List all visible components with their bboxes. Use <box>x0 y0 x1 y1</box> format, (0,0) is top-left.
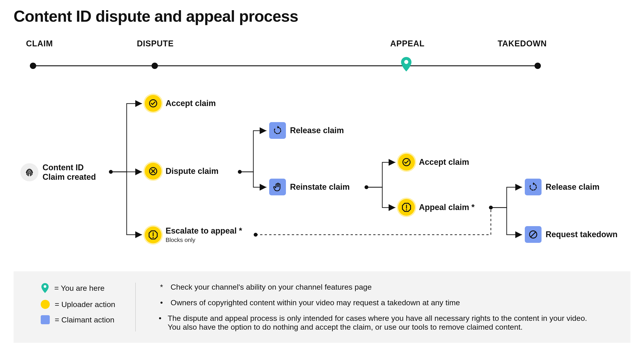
location-pin-icon <box>41 283 49 294</box>
legend-star-note: * Check your channel's ability on your c… <box>158 283 588 292</box>
timeline-label-appeal: APPEAL <box>390 39 424 48</box>
bullet-icon: • <box>158 314 162 323</box>
star-icon: * <box>158 283 165 292</box>
legend-note-2-text: The dispute and appeal process is only i… <box>168 314 588 332</box>
svg-marker-11 <box>533 182 535 185</box>
legend-key: = You are here = Uploader action = Claim… <box>41 283 136 332</box>
timeline-pin-appeal <box>400 56 412 72</box>
node-release-claim-2: Release claim <box>525 179 600 195</box>
svg-point-10 <box>406 209 407 210</box>
reinstate-claim-label: Reinstate claim <box>290 182 350 192</box>
node-request-takedown: Request takedown <box>525 226 618 243</box>
request-takedown-label: Request takedown <box>546 230 618 239</box>
legend-uploader-action: = Uploader action <box>41 300 117 309</box>
timeline-label-claim: CLAIM <box>26 39 53 48</box>
legend-panel: = You are here = Uploader action = Claim… <box>14 271 630 343</box>
legend-note-1-text: Owners of copyrighted content within you… <box>170 298 460 307</box>
check-circle-icon <box>398 154 415 170</box>
claim-created-label-2: Claim created <box>42 172 96 182</box>
timeline-label-takedown: TAKEDOWN <box>498 39 547 48</box>
escalate-star: * <box>239 226 242 236</box>
node-escalate-appeal: Escalate to appeal * Blocks only <box>145 226 242 244</box>
location-pin-icon <box>400 56 412 72</box>
legend-claimant-action: = Claimant action <box>41 315 117 324</box>
node-reinstate-claim: Reinstate claim <box>269 179 350 195</box>
svg-point-18 <box>254 233 257 236</box>
legend-note-1: • Owners of copyrighted content within y… <box>158 298 588 307</box>
hand-stop-icon <box>269 179 286 195</box>
timeline-dot-claim <box>30 63 36 69</box>
timeline-dot-dispute <box>152 63 158 69</box>
page-title: Content ID dispute and appeal process <box>14 7 298 25</box>
alert-octagon-icon <box>398 199 415 216</box>
node-claim-created: Content ID Claim created <box>20 163 96 182</box>
appeal-claim-label: Appeal claim <box>419 203 469 212</box>
legend-uploader-label: = Uploader action <box>55 300 115 309</box>
svg-point-14 <box>109 170 112 173</box>
legend-you-are-here: = You are here <box>41 283 117 294</box>
svg-point-16 <box>365 186 368 189</box>
bullet-icon: • <box>158 298 165 307</box>
alert-octagon-icon <box>145 227 162 243</box>
svg-point-0 <box>404 60 408 64</box>
x-circle-icon <box>145 163 162 180</box>
node-appeal-claim: Appeal claim * <box>398 199 474 216</box>
legend-star-text: Check your channel's ability on your cha… <box>170 283 372 292</box>
node-accept-claim-2: Accept claim <box>398 154 469 170</box>
svg-marker-6 <box>278 126 280 128</box>
node-accept-claim: Accept claim <box>145 95 216 112</box>
legend-notes: * Check your channel's ability on your c… <box>158 283 588 332</box>
escalate-appeal-label: Escalate to appeal <box>166 226 236 236</box>
svg-line-13 <box>531 232 536 237</box>
svg-point-19 <box>44 285 46 288</box>
accept-claim-2-label: Accept claim <box>419 157 469 167</box>
accept-claim-label: Accept claim <box>166 99 216 108</box>
dispute-claim-label: Dispute claim <box>166 166 218 176</box>
claim-created-label-1: Content ID <box>42 163 96 172</box>
legend-note-2: • The dispute and appeal process is only… <box>158 314 588 332</box>
node-dispute-claim: Dispute claim <box>145 163 218 180</box>
release-claim-label: Release claim <box>290 126 344 135</box>
escalate-subtext: Blocks only <box>166 237 242 244</box>
legend-claimant-label: = Claimant action <box>55 316 114 324</box>
legend-you-are-here-label: = You are here <box>54 284 104 293</box>
svg-point-17 <box>489 206 492 209</box>
blue-square-icon <box>41 315 50 324</box>
yellow-dot-icon <box>41 300 50 309</box>
prohibit-icon <box>525 226 542 243</box>
node-release-claim: Release claim <box>269 122 344 139</box>
timeline-dot-takedown <box>534 63 541 69</box>
refresh-icon <box>269 122 286 139</box>
timeline-line <box>30 65 538 66</box>
release-claim-2-label: Release claim <box>546 182 600 192</box>
check-circle-icon <box>145 95 162 112</box>
fingerprint-icon <box>20 163 38 181</box>
svg-point-15 <box>238 170 241 173</box>
svg-point-5 <box>152 237 154 238</box>
refresh-icon <box>525 179 542 195</box>
timeline-label-dispute: DISPUTE <box>137 39 174 48</box>
appeal-star: * <box>472 203 474 212</box>
